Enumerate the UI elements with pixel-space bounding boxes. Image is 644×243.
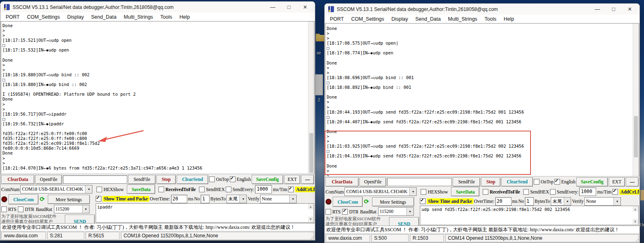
- bytes-count-input[interactable]: 1: [201, 195, 210, 203]
- dtr-checkbox[interactable]: ✓DTR: [342, 209, 358, 215]
- maximize-icon[interactable]: □: [281, 2, 297, 12]
- menu-item[interactable]: Display: [64, 14, 88, 20]
- bytes-to-select[interactable]: 末尾▼: [551, 197, 571, 206]
- overtime-input[interactable]: 20: [171, 195, 187, 203]
- stop-button[interactable]: Stop: [481, 177, 501, 187]
- rts-checkbox[interactable]: ✓RTS: [1, 206, 16, 212]
- menu-item[interactable]: Multi_Strings: [120, 14, 156, 20]
- terminal-scrollbar[interactable]: [308, 22, 314, 174]
- clear-data-button[interactable]: ClearData: [325, 177, 359, 187]
- open-file-button[interactable]: OpenFile: [359, 177, 386, 187]
- close-com-button[interactable]: CloseCom: [333, 197, 363, 207]
- save-config-button[interactable]: SaveConfig: [252, 175, 283, 184]
- ontop-checkbox[interactable]: ✓OnTop: [534, 179, 554, 185]
- menu-item[interactable]: Help: [500, 16, 518, 22]
- save-data-button[interactable]: SaveData: [127, 185, 155, 194]
- com-port-select[interactable]: COM14 USB-SERIAL CH340K▼: [344, 187, 417, 196]
- menu-item[interactable]: PORT: [326, 16, 348, 22]
- scroll-up-icon[interactable]: ▲: [633, 206, 638, 212]
- clear-send-button[interactable]: ClearSend: [177, 175, 208, 184]
- open-file-button[interactable]: OpenFile: [35, 175, 62, 184]
- overtime-input[interactable]: 20: [495, 197, 511, 206]
- english-checkbox[interactable]: ✓English: [230, 176, 251, 182]
- save-data-button[interactable]: SaveData: [451, 187, 479, 196]
- baud-rate-select[interactable]: 115200▼: [378, 207, 414, 216]
- desktop-misc-icon[interactable]: [640, 190, 644, 200]
- more-settings-button[interactable]: More Settings: [372, 197, 414, 206]
- sendfile-path-input[interactable]: [387, 178, 452, 186]
- add-crlf-checkbox[interactable]: ✓AddCrLf: [288, 187, 315, 192]
- send-file-button[interactable]: SendFile: [453, 177, 480, 187]
- com-port-select[interactable]: COM18 USB-SERIAL CH340K▼: [20, 185, 92, 194]
- scroll-up-icon[interactable]: ▲: [308, 204, 313, 209]
- status-bar: www.daxia.com S:281 R:5615 COM18 Opened …: [0, 231, 315, 240]
- terminal-line: [327, 56, 632, 60]
- show-time-checkbox[interactable]: ✓Show Time and Packe: [96, 196, 149, 202]
- bytes-count-input[interactable]: 1: [525, 197, 534, 206]
- received-to-file-checkbox[interactable]: ✓ReceivedToFile: [158, 187, 196, 192]
- menu-item[interactable]: Display: [388, 16, 412, 22]
- menu-item[interactable]: Multi_Strings: [444, 16, 481, 22]
- menu-item[interactable]: Send_Data: [412, 16, 445, 22]
- menu-item[interactable]: Tools: [481, 16, 500, 22]
- show-time-checkbox[interactable]: ✓Show Time and Packe: [420, 198, 473, 204]
- more-settings-button[interactable]: More Settings: [48, 195, 90, 204]
- dtr-checkbox[interactable]: ✓DTR: [18, 206, 34, 212]
- menu-item[interactable]: PORT: [2, 14, 24, 20]
- clear-send-button[interactable]: ClearSend: [501, 177, 533, 187]
- clear-data-button[interactable]: ClearData: [1, 175, 34, 184]
- stop-button[interactable]: Stop: [156, 175, 176, 184]
- add-crlf-checkbox[interactable]: ✓AddCrLf: [612, 189, 640, 195]
- titlebar[interactable]: SSCOM V5.13.1 Serial/Net data debugger,A…: [325, 4, 640, 15]
- scroll-down-icon[interactable]: ▼: [308, 217, 313, 222]
- scrollbar-thumb[interactable]: [634, 116, 638, 157]
- collapse-panel-button[interactable]: —: [626, 177, 639, 187]
- hexshow-checkbox[interactable]: ✓HEXShow: [421, 189, 448, 195]
- send-file-button[interactable]: SendFile: [128, 175, 156, 184]
- scroll-down-icon[interactable]: ▼: [633, 219, 638, 224]
- send-text-input[interactable]: udp send fd35:f22a:f22f:e25:ec09:2198:f8…: [420, 206, 639, 225]
- send-text-input[interactable]: ipaddr ▲ ▼: [96, 203, 314, 223]
- send-every-checkbox[interactable]: ✓SendEvery:: [550, 189, 579, 195]
- menu-item[interactable]: Send_Data: [88, 14, 120, 20]
- menu-item[interactable]: COM_Settings: [24, 14, 64, 20]
- bytes-to-select[interactable]: 末尾▼: [227, 195, 247, 203]
- receive-log-area[interactable]: Done>>[18:17:15.521]OUT→◇udp open□[18:17…: [1, 21, 315, 174]
- minimize-icon[interactable]: —: [265, 2, 281, 12]
- verify-select[interactable]: None▼: [584, 197, 621, 206]
- english-checkbox[interactable]: ✓English: [554, 179, 576, 185]
- terminal-line: [18:18:08.892]IN←◆udp bind :: 001: [327, 85, 632, 90]
- menu-item[interactable]: COM_Settings: [348, 16, 388, 22]
- menu-item[interactable]: Help: [176, 14, 194, 20]
- desktop-page-icon[interactable]: [315, 74, 323, 95]
- send-hex-checkbox[interactable]: ✓SendHEX: [523, 189, 549, 195]
- minimize-icon[interactable]: —: [589, 4, 605, 14]
- menu-item[interactable]: Tools: [157, 14, 176, 20]
- sendfile-path-input[interactable]: [63, 175, 127, 184]
- close-icon[interactable]: ✕: [622, 4, 638, 14]
- receive-log-area[interactable]: Done>>[18:17:08.575]OUT→◇udp open|□[18:1…: [325, 23, 639, 176]
- send-interval-input[interactable]: 1000: [579, 187, 596, 196]
- send-hex-checkbox[interactable]: ✓SendHEX: [199, 187, 225, 192]
- close-com-button[interactable]: CloseCom: [9, 194, 39, 204]
- ontop-checkbox[interactable]: ✓OnTop: [209, 176, 229, 182]
- close-icon[interactable]: ✕: [297, 2, 313, 12]
- maximize-icon[interactable]: □: [605, 4, 622, 14]
- ext-button[interactable]: EXT: [284, 175, 300, 184]
- received-to-file-checkbox[interactable]: ✓ReceivedToFile: [483, 189, 520, 195]
- refresh-ports-icon[interactable]: ⟳: [364, 199, 369, 205]
- terminal-scrollbar[interactable]: [633, 24, 639, 176]
- ext-button[interactable]: EXT: [609, 177, 625, 187]
- verify-select[interactable]: None▼: [260, 195, 297, 203]
- scrollbar-thumb[interactable]: [309, 133, 313, 173]
- save-config-button[interactable]: SaveConfig: [576, 177, 608, 187]
- desktop-folder-icon[interactable]: [316, 35, 325, 41]
- send-interval-input[interactable]: 1000: [255, 185, 272, 194]
- refresh-ports-icon[interactable]: ⟳: [40, 196, 45, 202]
- collapse-panel-button[interactable]: —: [301, 175, 314, 184]
- rts-checkbox[interactable]: ✓RTS: [325, 209, 340, 215]
- hexshow-checkbox[interactable]: ✓HEXShow: [96, 187, 124, 192]
- baud-rate-select[interactable]: 115200▼: [54, 205, 90, 213]
- titlebar[interactable]: SSCOM V5.13.1 Serial/Net data debugger,A…: [0, 2, 315, 13]
- send-every-checkbox[interactable]: ✓SendEvery:: [226, 187, 255, 192]
